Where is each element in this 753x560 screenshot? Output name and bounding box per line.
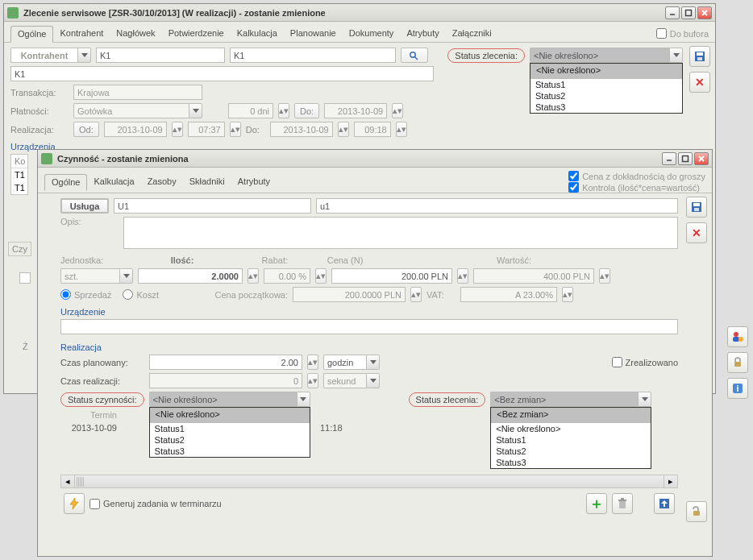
status-zlecenia-caret[interactable] (669, 48, 683, 63)
svg-point-7 (410, 52, 415, 56)
status-opt-3[interactable]: Status3 (530, 102, 682, 113)
scroll-left[interactable]: ◂ (61, 475, 75, 487)
info-icon[interactable]: i (727, 378, 748, 399)
platnosci-caret[interactable] (189, 103, 202, 118)
tab-zalaczniki[interactable]: Załączniki (446, 26, 498, 41)
status-opt-2[interactable]: Status2 (530, 90, 682, 102)
kontrahent-button[interactable] (10, 48, 77, 63)
urzadzenie-input[interactable] (60, 319, 678, 334)
lock-icon[interactable] (727, 352, 748, 373)
cancel-button[interactable]: ✕ (689, 72, 710, 93)
do-button[interactable]: Do: (294, 103, 319, 118)
tab-potwierdzenie[interactable]: Potwierdzenie (162, 26, 231, 41)
tab-kontrahent[interactable]: Kontrahent (53, 26, 110, 41)
czas-plan-unit[interactable] (323, 355, 366, 370)
platnosci-select[interactable] (73, 103, 189, 118)
status-czynnosci-caret[interactable] (297, 392, 310, 407)
export-button[interactable] (654, 493, 675, 514)
czas-plan-input[interactable] (149, 355, 302, 370)
maximize-button-2[interactable] (678, 152, 693, 165)
czas-plan-unit-caret[interactable] (366, 355, 380, 370)
tab-naglowek[interactable]: Nagłówek (110, 26, 161, 41)
status-zlecenia-select[interactable] (530, 48, 669, 63)
cancel-button-2[interactable]: ✕ (686, 222, 707, 243)
kontrahent-code[interactable] (96, 48, 225, 63)
usluga-button[interactable]: Usługa (60, 198, 109, 214)
tab-dokumenty[interactable]: Dokumenty (343, 26, 401, 41)
czyn-opt-3[interactable]: Status3 (150, 446, 310, 457)
add-button[interactable]: ＋ (586, 493, 607, 514)
k1-line[interactable] (10, 66, 434, 81)
checkbox-fragment[interactable] (19, 272, 31, 284)
horizontal-scrollbar[interactable]: ◂ ▸ (60, 475, 678, 488)
minimize-button[interactable] (665, 6, 680, 19)
delete-button[interactable] (612, 493, 633, 514)
od-button[interactable]: Od: (73, 122, 99, 137)
close-button[interactable] (697, 6, 712, 19)
sprzedaz-radio[interactable]: Sprzedaż (60, 289, 111, 300)
status-zlecenia-select-2[interactable] (490, 392, 638, 407)
tab2-zasoby[interactable]: Zasoby (141, 174, 183, 189)
zrealizowano-checkbox[interactable]: Zrealizowano (612, 357, 678, 367)
generate-tasks-checkbox[interactable]: Generuj zadania w terminarzu (89, 499, 222, 509)
tab2-skladniki[interactable]: Składniki (183, 174, 231, 189)
lookup-button[interactable] (401, 48, 428, 63)
status-opt-1[interactable]: Status1 (530, 79, 682, 90)
save-button-2[interactable] (686, 197, 707, 218)
realizacja-od-time[interactable] (188, 122, 225, 137)
jednostka-caret[interactable] (119, 268, 133, 284)
czyn-opt-1[interactable]: Status1 (150, 423, 310, 434)
tab-ogolne[interactable]: Ogólne (10, 26, 53, 43)
realizacja-od-date[interactable] (104, 122, 167, 137)
scroll-right[interactable]: ▸ (664, 475, 677, 487)
usluga-code[interactable] (114, 198, 311, 214)
user-icon[interactable] (727, 326, 748, 347)
czyn-opt-2[interactable]: Status2 (150, 434, 310, 446)
to-buffer-checkbox[interactable]: Do bufora (656, 28, 709, 39)
close-button-2[interactable] (694, 152, 709, 165)
tab-kalkulacja[interactable]: Kalkulacja (231, 26, 284, 41)
status-zlecenia-dropdown-2[interactable]: <Bez zmian> <Nie określono> Status1 Stat… (490, 407, 651, 469)
realizacja-section: Realizacja (60, 342, 678, 352)
status-czynnosci-dropdown[interactable]: <Nie określono> Status1 Status2 Status3 (149, 407, 310, 458)
maximize-button[interactable] (681, 6, 696, 19)
zlec-opt-bez-zmian[interactable]: <Bez zmian> (491, 408, 651, 423)
minimize-button-2[interactable] (662, 152, 676, 165)
realizacja-do-time[interactable] (354, 122, 391, 137)
scroll-thumb[interactable] (77, 477, 85, 487)
kontrahent-caret[interactable] (77, 48, 91, 63)
czas-real-unit-caret[interactable] (366, 373, 380, 388)
kontrahent-name[interactable] (230, 48, 396, 63)
status-zlecenia-caret-2[interactable] (638, 392, 651, 407)
tab2-kalkulacja[interactable]: Kalkulacja (87, 174, 140, 189)
czyn-opt-nie-okreslono[interactable]: <Nie określono> (150, 408, 310, 423)
realizacja-do-date[interactable] (270, 122, 333, 137)
save-button[interactable] (689, 46, 710, 67)
unlock-icon[interactable] (686, 501, 707, 522)
vat-label: VAT: (426, 290, 456, 300)
tab2-ogolne[interactable]: Ogólne (44, 174, 87, 191)
tab-atrybuty[interactable]: Atrybuty (400, 26, 445, 41)
tab-planowanie[interactable]: Planowanie (284, 26, 343, 41)
cena-input[interactable] (331, 268, 452, 284)
status-opt-nie-okreslono[interactable]: <Nie określono> (530, 64, 682, 79)
zlec-opt-1[interactable]: Status1 (491, 434, 651, 446)
to-buffer-label: Do bufora (670, 29, 709, 39)
jednostka-label: Jednostka: (60, 255, 133, 265)
jednostka-select[interactable] (60, 268, 119, 284)
rabat-value[interactable] (264, 268, 310, 284)
zlec-opt-3[interactable]: Status3 (491, 457, 651, 468)
status-zlecenia-dropdown[interactable]: <Nie określono> Status1 Status2 Status3 (530, 63, 683, 114)
titlebar-2: Czynność - zostanie zmieniona (38, 150, 712, 168)
tab2-atrybuty[interactable]: Atrybuty (231, 174, 277, 189)
status-czynnosci-select[interactable] (149, 392, 297, 407)
koszt-radio[interactable]: Koszt (123, 289, 159, 300)
zlec-opt-nie-okreslono[interactable]: <Nie określono> (491, 423, 651, 434)
opis-textarea[interactable] (123, 217, 678, 249)
precision-checkbox[interactable]: Cena z dokładnością do groszy (568, 171, 705, 181)
control-checkbox[interactable]: Kontrola (ilość*cena=wartość) (568, 182, 700, 193)
lightning-icon[interactable] (64, 493, 85, 514)
ilosc-input[interactable] (138, 268, 243, 284)
usluga-name[interactable] (316, 198, 678, 214)
zlec-opt-2[interactable]: Status2 (491, 446, 651, 457)
